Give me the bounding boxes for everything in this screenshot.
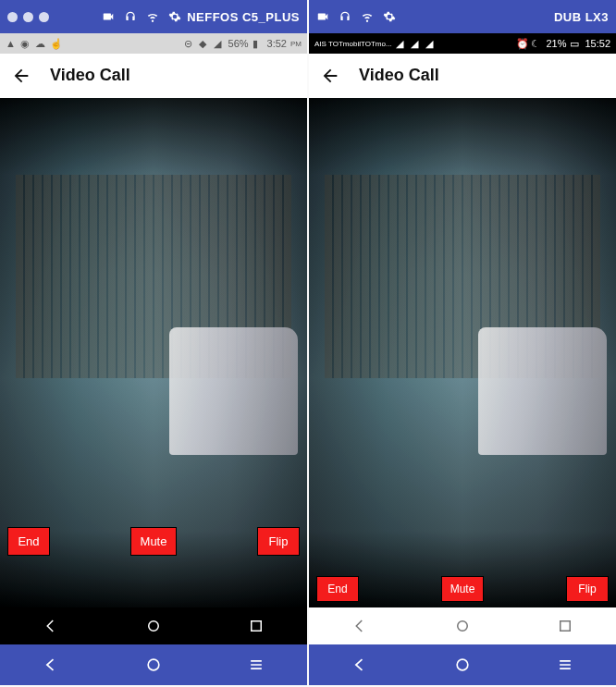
- vysor-back-icon[interactable]: [351, 656, 369, 674]
- svg-point-3: [458, 621, 468, 632]
- svg-rect-1: [251, 621, 261, 632]
- nav-back-icon[interactable]: [351, 618, 368, 634]
- headphones-icon[interactable]: [124, 10, 137, 23]
- android-status-bar: AIS TOTmobilTOTmo... ◢ ◢ ◢ ⏰ ☾ 21% ▭ 15:…: [309, 33, 616, 54]
- user-icon: ◉: [20, 38, 31, 49]
- svg-rect-4: [560, 621, 570, 632]
- battery-icon: ▭: [570, 38, 581, 49]
- svg-point-2: [148, 659, 159, 670]
- device-window-left: NEFFOS C5_PLUS ▲ ◉ ☁ ☝ ⊝ ◆ ◢ 56% ▮ 3:52 …: [0, 0, 307, 685]
- carrier-text: AIS TOTmobilTOTmo...: [314, 40, 392, 48]
- headphones-icon[interactable]: [339, 10, 351, 23]
- vysor-menu-icon[interactable]: [247, 656, 265, 674]
- warning-icon: ▲: [6, 38, 17, 49]
- page-title: Video Call: [359, 66, 439, 85]
- wifi-icon[interactable]: [146, 10, 159, 23]
- video-icon[interactable]: [102, 10, 115, 23]
- android-status-bar: ▲ ◉ ☁ ☝ ⊝ ◆ ◢ 56% ▮ 3:52 PM: [0, 33, 307, 54]
- wifi-icon[interactable]: [361, 10, 374, 23]
- flip-camera-button[interactable]: Flip: [566, 576, 609, 602]
- vysor-bottom-bar: [0, 644, 307, 685]
- signal-icon: ◢: [425, 38, 437, 49]
- signal-icon: ◢: [396, 38, 407, 49]
- vysor-menu-icon[interactable]: [556, 656, 574, 674]
- gear-icon[interactable]: [383, 10, 396, 23]
- minimize-window-icon[interactable]: [23, 12, 33, 22]
- dnd-icon: ⊝: [184, 38, 195, 49]
- close-window-icon[interactable]: [7, 12, 18, 22]
- clock-ampm: PM: [290, 40, 302, 48]
- gear-icon[interactable]: [168, 10, 181, 23]
- call-controls-row: End Mute Flip: [0, 527, 307, 556]
- video-stream-area[interactable]: End Mute Flip: [309, 98, 616, 607]
- nav-recents-icon[interactable]: [248, 618, 265, 634]
- moon-icon: ☾: [531, 38, 542, 49]
- video-icon[interactable]: [316, 10, 329, 23]
- vysor-back-icon[interactable]: [42, 656, 60, 674]
- back-arrow-icon[interactable]: [320, 66, 340, 86]
- end-call-button[interactable]: End: [316, 576, 359, 602]
- alarm-icon: ⏰: [516, 38, 527, 49]
- device-row: NEFFOS C5_PLUS ▲ ◉ ☁ ☝ ⊝ ◆ ◢ 56% ▮ 3:52 …: [0, 0, 616, 687]
- app-header: Video Call: [309, 54, 616, 98]
- touch-icon: ☝: [50, 38, 61, 49]
- window-traffic-lights[interactable]: [7, 12, 49, 22]
- maximize-window-icon[interactable]: [39, 12, 49, 22]
- end-call-button[interactable]: End: [7, 527, 50, 556]
- nav-recents-icon[interactable]: [557, 618, 573, 634]
- back-arrow-icon[interactable]: [11, 66, 31, 86]
- remote-video-placeholder: [309, 98, 616, 607]
- page-title: Video Call: [50, 66, 130, 85]
- signal-icon: ◢: [214, 38, 225, 49]
- call-controls-row: End Mute Flip: [309, 576, 616, 602]
- nav-home-icon[interactable]: [145, 618, 162, 634]
- vysor-home-icon[interactable]: [453, 656, 472, 674]
- vysor-title-bar[interactable]: DUB LX3: [309, 0, 616, 33]
- nav-home-icon[interactable]: [454, 618, 471, 634]
- svg-point-5: [457, 659, 468, 670]
- android-nav-bar: [309, 607, 616, 644]
- signal-icon: ◢: [411, 38, 422, 49]
- vysor-title-bar[interactable]: NEFFOS C5_PLUS: [0, 0, 307, 33]
- android-nav-bar: [0, 607, 307, 644]
- video-stream-area[interactable]: End Mute Flip: [0, 98, 307, 607]
- battery-icon: ▮: [253, 38, 264, 49]
- svg-point-0: [149, 621, 159, 632]
- clock-text: 3:52: [267, 38, 287, 49]
- battery-text: 56%: [228, 38, 249, 49]
- vysor-bottom-bar: [309, 644, 616, 685]
- cloud-icon: ☁: [35, 38, 46, 49]
- location-icon: ◆: [199, 38, 210, 49]
- battery-text: 21%: [546, 38, 566, 49]
- vysor-device-name: DUB LX3: [554, 10, 609, 24]
- device-window-right: DUB LX3 AIS TOTmobilTOTmo... ◢ ◢ ◢ ⏰ ☾ 2…: [309, 0, 616, 685]
- flip-camera-button[interactable]: Flip: [257, 527, 300, 556]
- vysor-device-name: NEFFOS C5_PLUS: [187, 10, 300, 24]
- vysor-home-icon[interactable]: [144, 656, 163, 674]
- clock-text: 15:52: [585, 38, 610, 49]
- nav-back-icon[interactable]: [43, 618, 59, 634]
- mute-button[interactable]: Mute: [441, 576, 484, 602]
- app-header: Video Call: [0, 54, 307, 98]
- mute-button[interactable]: Mute: [130, 527, 178, 556]
